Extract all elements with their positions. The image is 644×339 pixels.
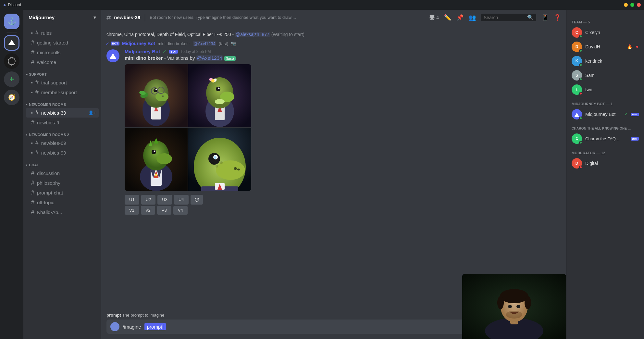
bot-badge-charon: BOT <box>631 137 639 141</box>
svg-point-9 <box>162 95 164 97</box>
context-fast: (fast) <box>219 41 229 46</box>
prompt-input-wrapper[interactable]: prompt <box>144 323 166 330</box>
channel-header-description: Bot room for new users. Type /imagine th… <box>150 15 426 20</box>
inbox-icon[interactable]: 📱 <box>541 14 549 21</box>
messages-area: chrome, Ultra photoreal, Depth of Field,… <box>101 25 566 310</box>
image-cell-1[interactable] <box>125 64 188 127</box>
member-name-kendrick: kendrick <box>585 58 639 64</box>
svg-point-60 <box>525 296 531 309</box>
server-discord-home[interactable]: ⚓ <box>4 14 19 29</box>
channel-welcome[interactable]: # welcome <box>26 57 99 67</box>
edit-icon[interactable]: ✏️ <box>444 14 451 21</box>
channel-micro-polls[interactable]: # micro-polls <box>26 48 99 57</box>
svg-point-35 <box>152 150 156 154</box>
v3-button[interactable]: V3 <box>157 206 171 215</box>
minimize-btn[interactable] <box>624 3 628 7</box>
svg-point-63 <box>506 311 522 319</box>
refresh-button[interactable] <box>191 195 203 205</box>
add-member-icon[interactable]: 👤+ <box>88 110 96 115</box>
image-cell-2[interactable] <box>188 64 251 127</box>
avatar-kendrick: K <box>572 56 582 66</box>
image-cell-4[interactable] <box>188 128 251 191</box>
member-kendrick[interactable]: K kendrick <box>569 54 641 68</box>
mention-axel[interactable]: @Axel1234 <box>196 55 223 61</box>
hash-icon: # <box>31 199 34 206</box>
bold-text: mini dino broker <box>125 55 163 61</box>
avatar-cixelyn: C <box>572 27 582 38</box>
message-author[interactable]: Midjourney Bot <box>125 49 160 54</box>
channel-newbies-99[interactable]: ■ # newbies-99 <box>26 148 99 157</box>
hash-icon: # <box>35 30 39 36</box>
channel-philosophy[interactable]: # philosophy <box>26 178 99 188</box>
message-group-bot: Midjourney Bot ✓ BOT Today at 2:55 PM mi… <box>101 47 566 216</box>
v4-button[interactable]: V4 <box>173 206 188 215</box>
channel-name: trial-support <box>41 80 96 85</box>
channel-prompt-chat[interactable]: # prompt-chat <box>26 188 99 197</box>
status-online-indicator <box>579 117 582 120</box>
message-header: Midjourney Bot ✓ BOT Today at 2:55 PM <box>125 49 561 54</box>
member-midjourney-bot[interactable]: Midjourney Bot ✓ BOT <box>569 107 641 121</box>
u4-button[interactable]: U4 <box>174 195 189 205</box>
channel-header-name: newbies-39 <box>114 15 140 20</box>
dino-image-4 <box>188 128 251 191</box>
hash-icon: # <box>35 79 39 86</box>
u3-button[interactable]: U3 <box>157 195 172 205</box>
close-btn[interactable] <box>637 3 641 7</box>
message-context-line: ✓ BOT Midjourney Bot mini dino broker - … <box>101 40 566 47</box>
channel-rules[interactable]: ■ # rules <box>26 28 99 38</box>
server-header[interactable]: Midjourney ▾ <box>23 10 101 25</box>
v2-button[interactable]: V2 <box>141 206 155 215</box>
hash-icon: # <box>31 39 34 46</box>
pin-icon[interactable]: 📌 <box>456 14 464 21</box>
system-message-text: chrome, Ultra photoreal, Depth of Field,… <box>106 32 304 37</box>
channel-trial-support[interactable]: ■ # trial-support <box>26 78 99 87</box>
search-input[interactable] <box>484 15 526 20</box>
member-cixelyn[interactable]: C Cixelyn <box>569 25 641 40</box>
avatar-initial: t <box>576 87 577 92</box>
cursor <box>163 324 163 330</box>
channel-off-topic[interactable]: # off-topic <box>26 198 99 207</box>
server-openai[interactable] <box>4 53 19 69</box>
v1-button[interactable]: V1 <box>125 206 139 215</box>
help-icon[interactable]: ❓ <box>554 14 561 21</box>
category-chat[interactable]: ▸ CHAT <box>23 158 101 168</box>
dino-image-2 <box>188 64 251 127</box>
channel-getting-started[interactable]: # getting-started <box>26 38 99 47</box>
search-bar[interactable]: 🔍 <box>481 14 536 21</box>
channel-newbies-9[interactable]: # newbies-9 <box>26 118 99 127</box>
prompt-description: The prompt to imagine <box>122 313 164 318</box>
maximize-btn[interactable] <box>630 3 634 7</box>
member-twn[interactable]: t twn <box>569 82 641 97</box>
status-online-indicator <box>579 35 582 38</box>
channel-newbies-69[interactable]: ■ # newbies-69 <box>26 138 99 148</box>
member-sam[interactable]: S Sam <box>569 68 641 82</box>
member-charon[interactable]: C Charon the FAQ ... BOT <box>569 132 641 146</box>
channel-khalid[interactable]: # Khalid-Ab... <box>26 207 99 217</box>
system-mention[interactable]: @alexsajzh_877 <box>235 32 270 37</box>
channel-member-support[interactable]: ■ # member-support <box>26 88 99 97</box>
svg-point-36 <box>154 150 155 152</box>
category-newcomer-rooms[interactable]: ▾ NEWCOMER ROOMS <box>23 97 101 108</box>
channel-sidebar: Midjourney ▾ ■ # rules # getting-started… <box>23 10 101 339</box>
verified-icon-sm: ✓ <box>625 112 627 117</box>
server-midjourney[interactable] <box>4 35 19 51</box>
u1-button[interactable]: U1 <box>125 195 139 205</box>
members-icon[interactable]: 👥 <box>469 14 476 21</box>
context-bot-name[interactable]: Midjourney Bot <box>122 41 155 46</box>
image-cell-3[interactable] <box>125 128 188 191</box>
member-name-charon: Charon the FAQ ... <box>585 136 627 141</box>
server-explore[interactable]: 🧭 <box>4 90 19 105</box>
channel-newbies-39[interactable]: ■ # newbies-39 👤+ <box>26 108 99 118</box>
member-name-mjbot: Midjourney Bot <box>585 112 621 117</box>
channels-icon-svg <box>429 14 435 21</box>
u2-button[interactable]: U2 <box>141 195 156 205</box>
member-davidh[interactable]: D DavidH 🔥 <box>569 40 641 54</box>
channel-discussion[interactable]: # discussion <box>26 169 99 178</box>
add-server-btn[interactable]: + <box>4 71 19 87</box>
server-name: Midjourney <box>29 15 55 20</box>
member-digital[interactable]: D Digital <box>569 156 641 170</box>
context-mention[interactable]: @Axel1234 <box>193 41 216 46</box>
category-support[interactable]: ▸ SUPPORT <box>23 67 101 78</box>
category-newcomer-rooms-2[interactable]: ▸ NEWCOMER ROOMS 2 <box>23 128 101 138</box>
thread-icon[interactable]: 4 <box>429 14 439 21</box>
